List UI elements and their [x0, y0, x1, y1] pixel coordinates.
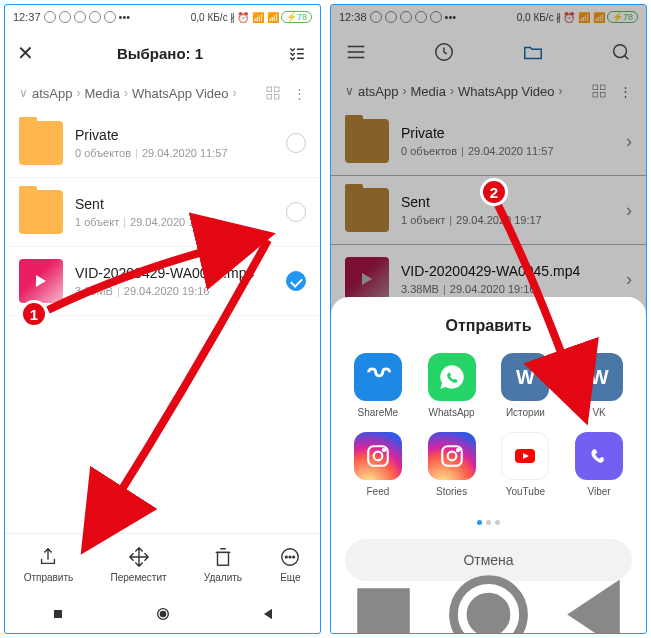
status-icon	[89, 11, 101, 23]
status-icon	[74, 11, 86, 23]
svg-point-27	[471, 597, 506, 632]
status-net: 0,0 КБ/с	[191, 12, 228, 23]
status-time: 12:37	[13, 11, 41, 23]
svg-point-8	[293, 556, 295, 558]
nav-back-icon[interactable]	[541, 562, 646, 635]
svg-point-11	[160, 611, 165, 616]
more-icon[interactable]: ⋮	[293, 86, 306, 101]
status-dots: •••	[119, 11, 131, 23]
breadcrumb[interactable]: ∨ atsApp› Media› WhatsApp Video› ⋮	[5, 77, 320, 109]
battery-icon: ⚡78	[281, 11, 312, 23]
svg-rect-4	[217, 552, 228, 565]
breadcrumb-segment[interactable]: WhatsApp Video	[132, 86, 229, 101]
annotation-badge-2: 2	[480, 178, 508, 206]
more-button[interactable]: Еще	[279, 546, 301, 583]
nav-bar	[331, 595, 646, 633]
annotation-badge-1: 1	[20, 300, 48, 328]
app-instagram-feed[interactable]: Feed	[345, 432, 411, 497]
nav-home-icon[interactable]	[155, 606, 171, 622]
folder-icon	[19, 190, 63, 234]
svg-point-20	[383, 449, 385, 451]
phone-right: 12:38 ••• 0,0 КБ/с ∦ ⏰ 📶 📶 ⚡78 ∨ atsApp›…	[330, 4, 647, 634]
svg-rect-2	[267, 94, 272, 99]
topbar: ✕ Выбрано: 1	[5, 29, 320, 77]
app-whatsapp[interactable]: WhatsApp	[419, 353, 485, 418]
status-icon	[59, 11, 71, 23]
select-radio[interactable]	[286, 133, 306, 153]
svg-point-23	[457, 449, 459, 451]
app-instagram-stories[interactable]: Stories	[419, 432, 485, 497]
svg-point-19	[374, 452, 383, 461]
share-sheet: Отправить ShareMe WhatsApp WИстории WVK …	[331, 297, 646, 595]
page-dots	[345, 511, 632, 529]
svg-rect-9	[54, 610, 62, 618]
svg-point-7	[289, 556, 291, 558]
svg-point-22	[447, 452, 456, 461]
folder-row[interactable]: Private 0 объектов|29.04.2020 11:57	[5, 109, 320, 178]
app-viber[interactable]: Viber	[566, 432, 632, 497]
grid-view-icon[interactable]	[265, 85, 281, 101]
move-button[interactable]: Переместит	[111, 546, 167, 583]
folder-row[interactable]: Sent 1 объект|29.04.2020 19:17	[5, 178, 320, 247]
item-name: VID-20200429-WA0045.mp4	[75, 265, 274, 281]
status-icon	[44, 11, 56, 23]
svg-rect-3	[274, 94, 279, 99]
share-overlay: Отправить ShareMe WhatsApp WИстории WVK …	[331, 5, 646, 633]
chevron-left-icon[interactable]: ∨	[19, 86, 28, 100]
delete-button[interactable]: Удалить	[204, 546, 242, 583]
svg-point-6	[286, 556, 288, 558]
nav-bar	[5, 595, 320, 633]
select-all-icon[interactable]	[286, 44, 308, 62]
nav-recent-icon[interactable]	[331, 562, 436, 635]
status-icon	[104, 11, 116, 23]
svg-rect-0	[267, 87, 272, 92]
breadcrumb-segment[interactable]: atsApp	[32, 86, 72, 101]
nav-home-icon[interactable]	[436, 562, 541, 635]
send-button[interactable]: Отправить	[24, 546, 74, 583]
app-shareme[interactable]: ShareMe	[345, 353, 411, 418]
video-thumbnail	[19, 259, 63, 303]
page-title: Выбрано: 1	[42, 45, 278, 62]
nav-back-icon[interactable]	[260, 606, 276, 622]
folder-icon	[19, 121, 63, 165]
svg-rect-1	[274, 87, 279, 92]
sheet-title: Отправить	[345, 317, 632, 335]
app-vk[interactable]: WVK	[566, 353, 632, 418]
file-row[interactable]: VID-20200429-WA0045.mp4 3.38MB|29.04.202…	[5, 247, 320, 316]
bottom-actions: Отправить Переместит Удалить Еще	[5, 533, 320, 595]
select-radio[interactable]	[286, 202, 306, 222]
app-vk-stories[interactable]: WИстории	[493, 353, 559, 418]
select-radio-checked[interactable]	[286, 271, 306, 291]
statusbar: 12:37 ••• 0,0 КБ/с ∦ ⏰ 📶 📶 ⚡78	[5, 5, 320, 29]
item-name: Private	[75, 127, 274, 143]
nav-recent-icon[interactable]	[50, 606, 66, 622]
phone-left: 12:37 ••• 0,0 КБ/с ∦ ⏰ 📶 📶 ⚡78 ✕ Выбрано…	[4, 4, 321, 634]
svg-rect-25	[357, 588, 410, 634]
item-name: Sent	[75, 196, 274, 212]
close-icon[interactable]: ✕	[17, 41, 34, 65]
app-youtube[interactable]: YouTube	[493, 432, 559, 497]
app-grid: ShareMe WhatsApp WИстории WVK Feed Stori…	[345, 353, 632, 497]
breadcrumb-segment[interactable]: Media	[84, 86, 119, 101]
